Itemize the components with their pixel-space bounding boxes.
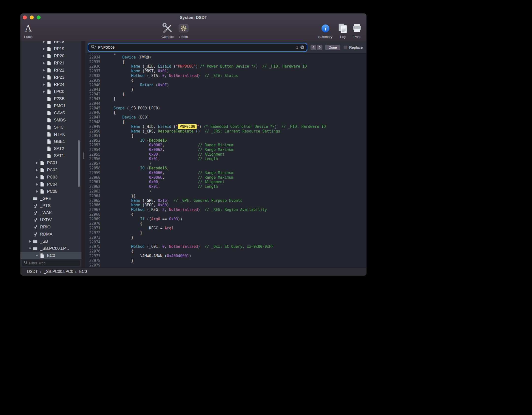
- match-count: 1: [296, 45, 298, 49]
- clear-search-button[interactable]: [300, 45, 304, 49]
- tree-item-ec0[interactable]: EC0: [20, 252, 81, 259]
- tree-item-sat1[interactable]: SAT1: [20, 152, 81, 159]
- folder-icon: [32, 247, 38, 250]
- tree-item-sat2[interactable]: SAT2: [20, 145, 81, 152]
- tree-item-p2sb[interactable]: P2SB: [20, 95, 81, 102]
- minimize-button[interactable]: [30, 15, 34, 19]
- disclosure-right-icon[interactable]: [41, 90, 46, 93]
- document-icon: [46, 111, 52, 115]
- tree-item-rp23[interactable]: RP23: [20, 74, 81, 81]
- breadcrumb-item[interactable]: _SB.PC00.LPC0: [44, 269, 73, 274]
- tree-item-label: _PTS: [40, 203, 52, 208]
- disclosure-right-icon[interactable]: [34, 162, 39, 164]
- fonts-button[interactable]: A Fonts: [20, 22, 40, 39]
- tree-item-rp22[interactable]: RP22: [20, 67, 81, 74]
- code-line: 22975 Method (_Q01, 0, NotSerialized) //…: [85, 244, 366, 249]
- tree-item-lpc0[interactable]: LPC0: [20, 88, 81, 95]
- tree-item-smbs[interactable]: SMBS: [20, 117, 81, 124]
- tree-item-gbe1[interactable]: GBE1: [20, 138, 81, 145]
- code-line: 22939 {: [85, 78, 366, 83]
- filter-tree-input[interactable]: [29, 261, 78, 265]
- disclosure-right-icon[interactable]: [34, 183, 39, 186]
- disclosure-right-icon[interactable]: [41, 62, 46, 64]
- disclosure-down-icon[interactable]: [28, 247, 32, 250]
- disclosure-right-icon[interactable]: [41, 76, 46, 79]
- tree-item-rp24[interactable]: RP24: [20, 81, 81, 88]
- tree-item-pc01[interactable]: PC01: [20, 159, 81, 166]
- tree-item-uxdv[interactable]: UXDV: [20, 216, 81, 223]
- disclosure-right-icon[interactable]: [34, 190, 39, 193]
- search-input[interactable]: [98, 45, 294, 49]
- pane-splitter[interactable]: [81, 41, 85, 267]
- method-icon: [32, 211, 38, 215]
- tree-item-pc02[interactable]: PC02: [20, 166, 81, 174]
- breadcrumb-item[interactable]: EC0: [79, 269, 87, 274]
- tree-item-wak[interactable]: _WAK: [20, 209, 81, 216]
- document-icon: [39, 182, 45, 187]
- code-line: 22966 Name (REGC, 0x00): [85, 203, 366, 208]
- disclosure-right-icon[interactable]: [41, 48, 46, 50]
- disclosure-right-icon[interactable]: [34, 169, 39, 171]
- tree-item-pc03[interactable]: PC03: [20, 174, 81, 181]
- search-field[interactable]: 1: [89, 44, 306, 51]
- tree-item-rp18[interactable]: RP18: [20, 41, 81, 45]
- tree-item-cavs[interactable]: CAVS: [20, 109, 81, 117]
- tree-item-pc04[interactable]: PC04: [20, 181, 81, 188]
- breadcrumb-item[interactable]: DSDT: [27, 269, 38, 274]
- tree-item-spic[interactable]: SPIC: [20, 124, 81, 131]
- tree-item-rp20[interactable]: RP20: [20, 52, 81, 59]
- disclosure-right-icon[interactable]: [34, 176, 39, 178]
- line-number: 22936: [85, 64, 100, 69]
- search-match-highlight: PNP0C09: [178, 124, 197, 129]
- close-button[interactable]: [23, 15, 27, 19]
- tree-item-pmc1[interactable]: PMC1: [20, 102, 81, 109]
- tree-item-rrio[interactable]: RRIO: [20, 223, 81, 231]
- tree-item-gpe[interactable]: _GPE: [20, 195, 81, 202]
- code-line: 22944: [85, 101, 366, 106]
- status-bar: DSDT▸_SB.PC00.LPC0▸EC0: [20, 267, 366, 276]
- disclosure-down-icon[interactable]: [34, 254, 39, 257]
- tree-item-sb-pc00-lp[interactable]: _SB.PC00.LP...: [20, 245, 81, 252]
- tree-item-pc05[interactable]: PC05: [20, 188, 81, 195]
- tree-item-sb[interactable]: _SB: [20, 238, 81, 245]
- window-chrome: System DSDT A Fonts Compile: [20, 14, 366, 41]
- print-button[interactable]: Print: [345, 22, 366, 39]
- sidebar: RP18RP19RP20RP21RP22RP23RP24LPC0P2SBPMC1…: [20, 41, 81, 267]
- tree-item-rp21[interactable]: RP21: [20, 59, 81, 67]
- patch-button[interactable]: Patch: [172, 22, 195, 39]
- zoom-button[interactable]: [37, 15, 41, 19]
- done-button[interactable]: Done: [325, 45, 340, 50]
- titlebar[interactable]: System DSDT: [20, 14, 366, 22]
- previous-match-button[interactable]: [311, 45, 316, 50]
- code-line: 22974: [85, 240, 366, 245]
- disclosure-right-icon[interactable]: [41, 55, 46, 57]
- disclosure-right-icon[interactable]: [41, 41, 46, 43]
- code-text: Name (REGC, 0x00): [105, 203, 169, 208]
- disclosure-right-icon[interactable]: [28, 240, 32, 243]
- print-label: Print: [345, 35, 366, 39]
- document-icon: [39, 253, 45, 258]
- tree-item-label: PC04: [47, 182, 59, 187]
- code-text: 0x01, // Length: [105, 184, 218, 189]
- filter-field[interactable]: [22, 260, 80, 266]
- code-line: 22937 Name (PBST, 0x01): [85, 69, 366, 74]
- tree-item-pts[interactable]: _PTS: [20, 202, 81, 209]
- line-number: 22971: [85, 226, 100, 231]
- sidebar-scrollbar-thumb[interactable]: [78, 140, 80, 187]
- line-number: 22977: [85, 254, 100, 258]
- next-match-button[interactable]: [317, 45, 322, 50]
- sidebar-tree[interactable]: RP18RP19RP20RP21RP22RP23RP24LPC0P2SBPMC1…: [20, 41, 81, 259]
- line-number: 22964: [85, 194, 100, 198]
- document-icon: [46, 104, 52, 108]
- disclosure-right-icon[interactable]: [41, 83, 46, 86]
- tree-item-rp19[interactable]: RP19: [20, 45, 81, 52]
- disclosure-right-icon[interactable]: [41, 69, 46, 72]
- code-line: 22953 0x0062, // Range Minimum: [85, 143, 366, 148]
- tree-item-rdma[interactable]: RDMA: [20, 231, 81, 238]
- patch-label: Patch: [172, 35, 195, 39]
- code-line: 22968 {: [85, 212, 366, 217]
- tree-item-ntpk[interactable]: NTPK: [20, 131, 81, 138]
- code-editor[interactable]: 22933 {22934 Device (PWRB)22935 {22936 N…: [85, 54, 366, 267]
- splitter-grip-icon[interactable]: [83, 152, 84, 159]
- replace-checkbox[interactable]: [344, 45, 347, 49]
